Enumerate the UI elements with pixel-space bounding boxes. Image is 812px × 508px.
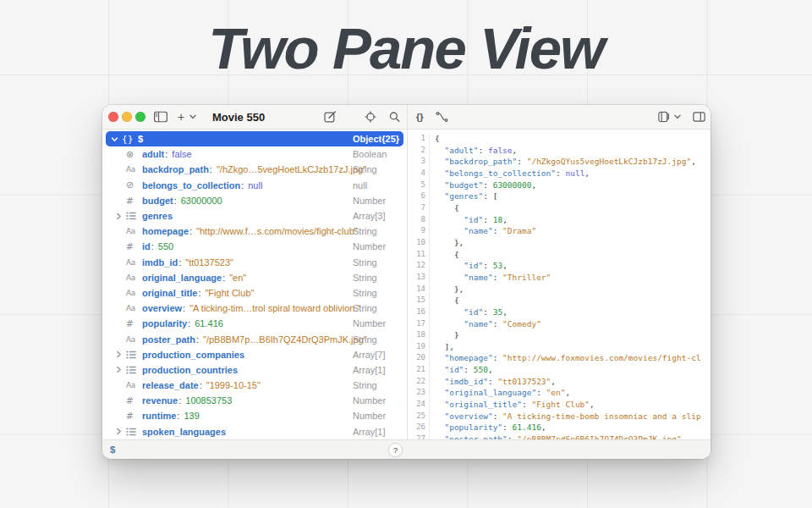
- new-tab-button[interactable]: +: [178, 110, 184, 124]
- editor-line: "id": 18,: [435, 214, 710, 226]
- tree-row-imdb_id[interactable]: Aaimdb_id:"tt0137523"String: [102, 255, 407, 270]
- tree-row-adult[interactable]: ⊗adult:falseBoolean: [102, 146, 407, 162]
- tree-row-id[interactable]: #id:550Number: [102, 239, 407, 254]
- key-colon: :: [178, 395, 181, 406]
- split-view-icon[interactable]: [693, 112, 705, 122]
- tab-chevron-down-icon[interactable]: [189, 114, 196, 119]
- key-colon: :: [198, 288, 200, 298]
- line-number: 22: [408, 376, 429, 388]
- tree-row-production_countries[interactable]: production_countriesArray[1]: [102, 362, 407, 378]
- editor-line: "budget": 63000000,: [435, 179, 710, 191]
- line-number: 5: [408, 179, 429, 191]
- tree-row-original_title[interactable]: Aaoriginal_title:"Fight Club"String: [102, 285, 407, 301]
- tree-row-belongs_to_collection[interactable]: ⊘belongs_to_collection:nullnull: [102, 178, 407, 193]
- path-query-field[interactable]: $: [110, 444, 115, 455]
- array-type-icon: [126, 212, 142, 220]
- type-badge: Number: [353, 411, 386, 421]
- tree-row-$[interactable]: {}$Object{25}: [106, 131, 403, 146]
- editor-line: "backdrop_path": "/hZkgoQYus5vegHoetLkCJ…: [435, 156, 710, 168]
- chevron-right-icon[interactable]: [115, 428, 126, 435]
- key-label: id: [142, 241, 151, 251]
- chevron-right-icon[interactable]: [115, 366, 126, 373]
- value-label: 61.416: [195, 318, 223, 329]
- jump-to-target-icon[interactable]: [365, 111, 376, 123]
- raw-json-braces-icon[interactable]: {}: [416, 112, 424, 122]
- number-type-icon: #: [126, 318, 142, 329]
- line-number: 12: [408, 260, 429, 272]
- key-label: release_date: [142, 380, 199, 390]
- editor-line: {: [435, 295, 710, 306]
- string-type-icon: Aa: [126, 258, 142, 267]
- string-type-icon: Aa: [126, 165, 142, 174]
- string-type-icon: Aa: [126, 381, 142, 389]
- tree-row-budget[interactable]: #budget:63000000Number: [102, 193, 407, 208]
- key-colon: :: [188, 318, 190, 329]
- tree-row-homepage[interactable]: Aahomepage:"http://www.f…s.com/movies/fi…: [102, 224, 407, 239]
- tree-row-poster_path[interactable]: Aaposter_path:"/pB8BM7p…B6Ih7QZ4DrQ3PmJK…: [102, 331, 407, 346]
- minimize-button[interactable]: [122, 112, 132, 122]
- page-title: Two Pane View: [0, 15, 812, 82]
- key-label: backdrop_path: [142, 164, 209, 174]
- line-number: 25: [408, 411, 429, 422]
- tree-row-release_date[interactable]: Aarelease_date:"1999-10-15"String: [102, 378, 407, 393]
- editor-line: "homepage": "http://www.foxmovies.com/mo…: [435, 352, 710, 364]
- close-button[interactable]: [108, 112, 118, 122]
- tree-row-genres[interactable]: genresArray[3]: [102, 208, 407, 224]
- tree-row-overview[interactable]: Aaoverview:"A ticking-tim…trol spiral to…: [102, 301, 407, 316]
- theme-icon[interactable]: [658, 112, 671, 123]
- key-label: production_countries: [142, 365, 238, 375]
- tree-row-backdrop_path[interactable]: Aabackdrop_path:"/hZkgo…5vegHoetLkCJzb17…: [102, 162, 407, 177]
- editor-line: "name": "Drama": [435, 225, 710, 237]
- object-type-icon: {}: [122, 134, 138, 144]
- array-type-icon: [126, 366, 142, 374]
- tree-row-production_companies[interactable]: production_companiesArray[7]: [102, 347, 407, 362]
- search-icon[interactable]: [389, 112, 400, 123]
- tree-row-runtime[interactable]: #runtime:139Number: [102, 408, 407, 423]
- window-title: Movie 550: [212, 105, 265, 129]
- line-number: 15: [408, 295, 429, 306]
- key-label: popularity: [142, 318, 187, 329]
- value-label: "A ticking-tim…trol spiral toward oblivi…: [189, 303, 360, 313]
- tree-row-popularity[interactable]: #popularity:61.416Number: [102, 316, 407, 331]
- key-label: belongs_to_collection: [142, 180, 240, 190]
- theme-chevron-down-icon[interactable]: [674, 114, 681, 119]
- type-badge: Array[1]: [353, 365, 386, 375]
- editor-line: "id": 35,: [435, 306, 710, 318]
- key-colon: :: [200, 380, 202, 390]
- type-badge: String: [353, 257, 377, 268]
- string-type-icon: Aa: [126, 335, 142, 344]
- value-label: false: [172, 149, 191, 159]
- array-type-icon: [126, 351, 142, 359]
- compose-icon[interactable]: [324, 111, 337, 124]
- key-label: original_language: [142, 273, 222, 283]
- tree-row-original_language[interactable]: Aaoriginal_language:"en"String: [102, 270, 407, 285]
- sidebar-toggle-icon[interactable]: [154, 112, 167, 123]
- chevron-right-icon[interactable]: [115, 351, 126, 358]
- key-label: revenue: [142, 395, 178, 406]
- status-bar: $ ?: [102, 439, 710, 459]
- key-colon: :: [174, 196, 177, 206]
- path-icon[interactable]: [436, 112, 448, 122]
- string-type-icon: Aa: [126, 304, 142, 312]
- line-number: 17: [408, 318, 429, 330]
- editor-pane[interactable]: 1234567891011121314151617181920212223242…: [408, 130, 710, 439]
- key-colon: :: [210, 164, 212, 174]
- line-number: 8: [408, 214, 429, 226]
- zoom-button[interactable]: [135, 112, 145, 122]
- number-type-icon: #: [126, 241, 142, 251]
- tree-row-spoken_languages[interactable]: spoken_languagesArray[1]: [102, 424, 407, 439]
- key-colon: :: [241, 180, 244, 190]
- chevron-right-icon[interactable]: [115, 213, 126, 220]
- type-badge: Array[7]: [353, 350, 386, 360]
- type-badge: Number: [353, 196, 386, 206]
- value-label: 63000000: [181, 196, 222, 206]
- chevron-down-icon[interactable]: [111, 135, 122, 143]
- type-badge: null: [353, 180, 367, 190]
- editor-line: "name": "Thriller": [435, 272, 710, 284]
- editor-line: },: [435, 284, 710, 295]
- editor-line: "adult": false,: [435, 145, 710, 157]
- value-label: "Fight Club": [205, 288, 254, 298]
- tree-row-revenue[interactable]: #revenue:100853753Number: [102, 393, 407, 408]
- help-button[interactable]: ?: [388, 443, 403, 457]
- type-badge: String: [353, 334, 377, 345]
